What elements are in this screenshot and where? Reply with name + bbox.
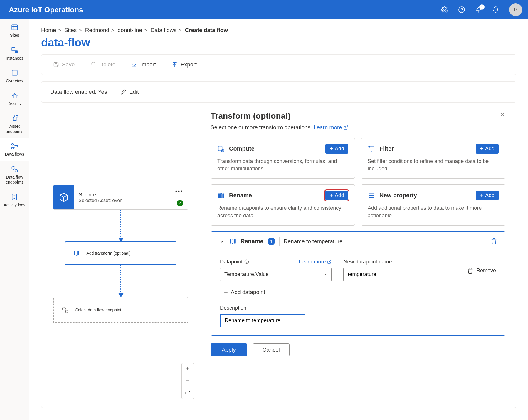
add-newprop-button[interactable]: +Add <box>476 191 499 200</box>
sidebar-item-data-flow-endpoints[interactable]: Data flow endpoints <box>0 161 29 189</box>
source-title: Source <box>79 191 183 198</box>
crumb[interactable]: Home <box>41 27 56 33</box>
command-bar: Save Delete Import Export <box>41 54 516 75</box>
svg-rect-6 <box>12 70 17 75</box>
import-button[interactable]: Import <box>131 61 156 68</box>
svg-rect-26 <box>230 239 231 243</box>
svg-rect-25 <box>222 193 224 198</box>
sidebar-item-data-flows[interactable]: Data flows <box>0 138 29 161</box>
sidebar-item-asset-endpoints[interactable]: Asset endpoints <box>0 110 29 138</box>
status-value: Yes <box>98 89 107 95</box>
sidebar-label: Data flows <box>5 152 24 157</box>
learn-more-datapoint-link[interactable]: Learn more <box>299 259 332 265</box>
sidebar-item-assets[interactable]: Assets <box>0 88 29 111</box>
avatar[interactable]: P <box>509 3 522 16</box>
add-datapoint-button[interactable]: + Add datapoint <box>224 288 496 296</box>
sidebar-label: Activity logs <box>4 203 26 208</box>
op-title: Compute <box>229 145 325 152</box>
add-rename-button[interactable]: +Add <box>325 191 348 200</box>
sidebar-item-instances[interactable]: Instances <box>0 42 29 65</box>
zoom-fit-button[interactable] <box>182 387 194 399</box>
zoom-in-button[interactable]: + <box>182 363 194 375</box>
svg-point-22 <box>369 146 370 147</box>
overview-icon <box>11 69 19 77</box>
status-label: Data flow enabled: <box>50 89 96 95</box>
info-icon[interactable] <box>244 259 249 264</box>
gear-icon[interactable] <box>439 4 450 16</box>
svg-rect-14 <box>74 251 75 255</box>
svg-point-8 <box>11 144 13 145</box>
endpoint-label: Select data flow endpoint <box>75 308 121 312</box>
topbar: Azure IoT Operations 1 P <box>0 0 528 19</box>
svg-rect-28 <box>234 239 235 243</box>
app-title: Azure IoT Operations <box>9 6 439 14</box>
panel-subtitle: Select one or more transform operations. <box>211 124 312 130</box>
op-filter: Filter +Add Set filter conditions to ref… <box>361 138 505 179</box>
add-filter-button[interactable]: +Add <box>476 144 499 154</box>
transform-label: Add transform (optional) <box>87 251 131 256</box>
datapoint-select[interactable]: Temperature.Value <box>220 268 332 281</box>
svg-point-9 <box>11 147 13 149</box>
breadcrumb: Home> Sites> Redmond> donut-line> Data f… <box>29 19 528 35</box>
source-subtitle: Selected Asset: oven <box>79 198 183 203</box>
delete-button: Delete <box>90 61 115 68</box>
learn-more-link[interactable]: Learn more <box>314 124 348 130</box>
svg-point-17 <box>62 307 65 310</box>
crumb[interactable]: Data flows <box>150 27 176 33</box>
svg-rect-23 <box>218 193 220 198</box>
page-title: data-flow <box>29 35 528 54</box>
sidebar: Sites Instances Overview Assets Asset en… <box>0 19 29 420</box>
node-source[interactable]: Source Selected Asset: oven ••• ✓ <box>53 185 188 210</box>
rename-icon <box>217 192 225 199</box>
crumb[interactable]: Redmond <box>85 27 109 33</box>
svg-point-7 <box>16 115 18 117</box>
count-badge: 1 <box>268 238 275 245</box>
svg-rect-27 <box>232 239 233 243</box>
crumb[interactable]: Sites <box>64 27 77 33</box>
newprop-icon <box>368 192 375 199</box>
bell-icon[interactable] <box>490 4 502 16</box>
add-compute-button[interactable]: +Add <box>325 144 348 154</box>
feedback-icon[interactable]: 1 <box>473 4 485 16</box>
svg-point-1 <box>459 7 465 13</box>
node-endpoint[interactable]: Select data flow endpoint <box>53 297 188 323</box>
description-label: Description <box>220 305 246 311</box>
export-button[interactable]: Export <box>172 61 197 68</box>
edit-button[interactable]: Edit <box>120 89 139 95</box>
node-transform[interactable]: Add transform (optional) <box>65 241 176 265</box>
description-input[interactable] <box>220 314 305 327</box>
op-title: New property <box>379 192 476 199</box>
sidebar-label: Assets <box>8 101 21 107</box>
svg-rect-5 <box>15 51 18 53</box>
rename-icon <box>229 238 236 245</box>
chevron-down-icon[interactable] <box>219 238 225 244</box>
more-icon[interactable]: ••• <box>175 188 183 195</box>
crumb[interactable]: donut-line <box>118 27 142 33</box>
svg-point-2 <box>462 11 462 11</box>
topbar-actions: 1 P <box>439 3 522 16</box>
svg-point-10 <box>16 145 17 147</box>
canvas: Source Selected Asset: oven ••• ✓ Add tr… <box>41 103 200 408</box>
sidebar-item-sites[interactable]: Sites <box>0 19 29 42</box>
newname-input[interactable] <box>343 268 455 281</box>
sidebar-item-overview[interactable]: Overview <box>0 65 29 88</box>
op-title: Rename <box>229 192 325 199</box>
panel-title: Transform (optional) <box>211 111 505 121</box>
sidebar-item-activity-logs[interactable]: Activity logs <box>0 189 29 212</box>
help-icon[interactable] <box>456 4 468 16</box>
feedback-badge: 1 <box>479 4 485 10</box>
sites-icon <box>11 23 19 31</box>
apply-button[interactable]: Apply <box>211 343 247 356</box>
assets-icon <box>11 92 19 100</box>
zoom-out-button[interactable]: − <box>182 375 194 387</box>
svg-point-12 <box>15 169 18 172</box>
svg-point-18 <box>65 310 68 313</box>
remove-button[interactable]: Remove <box>467 268 496 274</box>
cancel-button[interactable]: Cancel <box>253 343 290 356</box>
rename-config: Rename 1 Rename to temperature Datapoint <box>211 231 505 336</box>
sidebar-label: Asset endpoints <box>1 124 28 134</box>
compute-icon <box>217 145 225 153</box>
delete-config-button[interactable] <box>491 238 497 245</box>
close-icon[interactable] <box>499 111 505 118</box>
svg-point-11 <box>12 166 15 169</box>
